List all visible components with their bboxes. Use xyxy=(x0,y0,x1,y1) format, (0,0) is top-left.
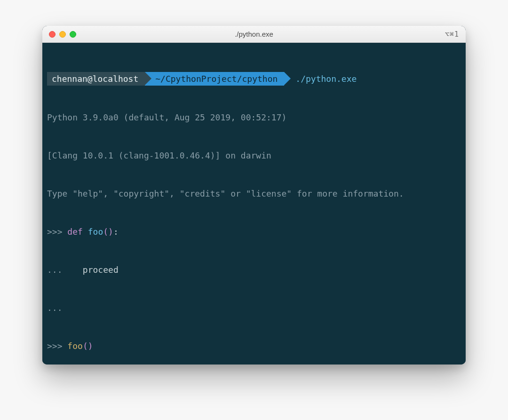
shell-prompt-row: chennan@localhost ~/CpythonProject/cpyth… xyxy=(47,72,461,86)
window-title: ./python.exe xyxy=(42,30,466,38)
terminal-body[interactable]: chennan@localhost ~/CpythonProject/cpyth… xyxy=(42,43,466,365)
repl-line-def: >>> def foo(): xyxy=(47,225,461,238)
prompt-command: ./python.exe xyxy=(284,72,357,85)
close-icon[interactable] xyxy=(49,31,56,38)
repl-line-call: >>> foo() xyxy=(47,340,461,352)
titlebar[interactable]: ./python.exe ⌥⌘1 xyxy=(42,26,466,43)
traffic-lights xyxy=(42,31,76,38)
python-version: Python 3.9.0a0 (default, Aug 25 2019, 00… xyxy=(47,111,461,124)
maximize-icon[interactable] xyxy=(70,31,76,38)
prompt-user: chennan@localhost xyxy=(47,72,145,86)
prompt-path: ~/CpythonProject/cpython xyxy=(145,72,284,86)
window-shortcut: ⌥⌘1 xyxy=(445,30,459,39)
python-help: Type "help", "copyright", "credits" or "… xyxy=(47,187,461,200)
terminal-window: ./python.exe ⌥⌘1 chennan@localhost ~/Cpy… xyxy=(42,26,466,365)
repl-line-cont: ... xyxy=(47,301,461,314)
repl-line-body: ... proceed xyxy=(47,263,461,276)
minimize-icon[interactable] xyxy=(59,31,66,38)
python-compiler: [Clang 10.0.1 (clang-1001.0.46.4)] on da… xyxy=(47,149,461,162)
